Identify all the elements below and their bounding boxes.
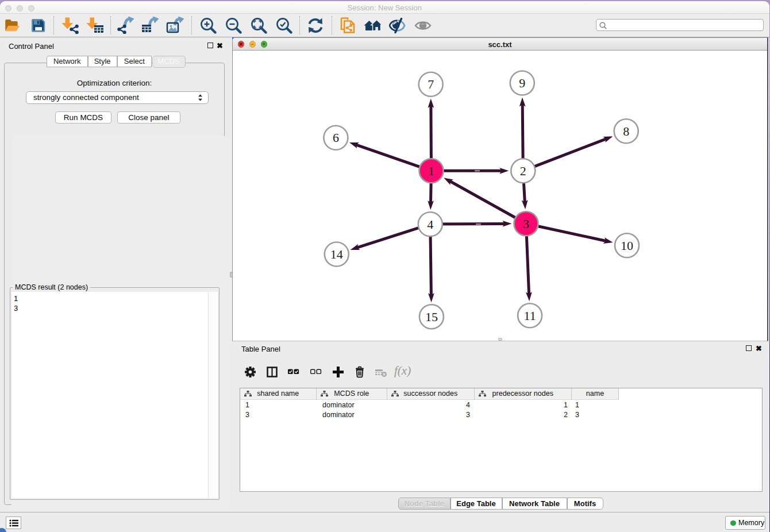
svg-text:15: 15 [425, 310, 438, 324]
svg-text:6: 6 [333, 130, 339, 145]
svg-text:9: 9 [519, 76, 525, 90]
svg-text:10: 10 [621, 238, 633, 253]
svg-text:14: 14 [330, 247, 343, 261]
svg-text:8: 8 [623, 124, 629, 138]
svg-text:11: 11 [524, 309, 536, 323]
svg-text:2: 2 [520, 164, 526, 178]
svg-text:7: 7 [428, 77, 434, 91]
svg-text:1: 1 [428, 164, 434, 178]
svg-text:4: 4 [427, 217, 433, 232]
svg-text:3: 3 [523, 217, 529, 231]
